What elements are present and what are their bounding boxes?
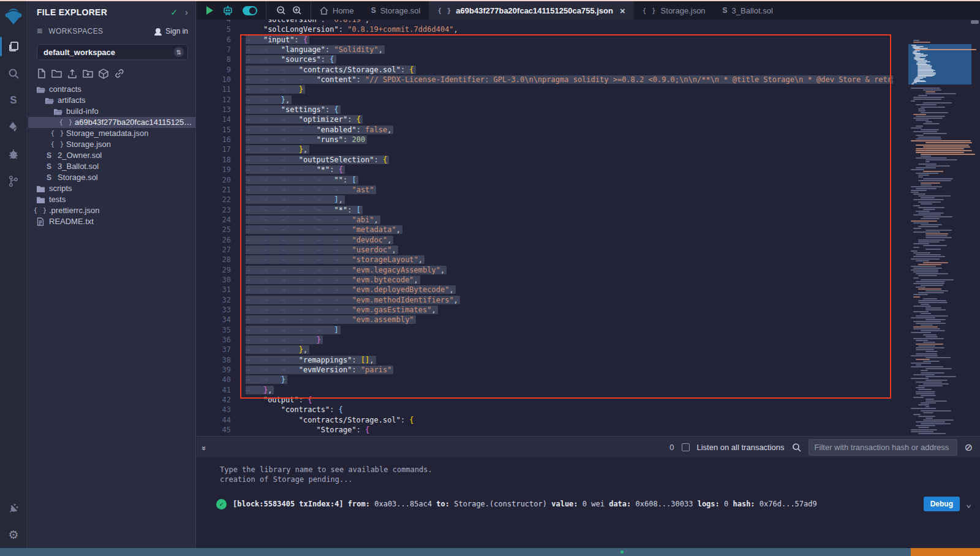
code-line-30[interactable]: 30→ → → → → → "evm.bytecode", bbox=[197, 275, 893, 285]
ai-copilot-icon[interactable] bbox=[222, 5, 234, 17]
debug-button[interactable]: Debug bbox=[924, 497, 960, 511]
code-line-17[interactable]: 17→ → → }, bbox=[197, 145, 893, 154]
tree-item-storage-sol[interactable]: SStorage.sol bbox=[28, 172, 195, 183]
code-line-19[interactable]: 19→ → → → "*": { bbox=[197, 165, 893, 175]
deploy-run-icon[interactable] bbox=[0, 114, 28, 141]
code-line-33[interactable]: 33→ → → → → → "evm.gasEstimates", bbox=[197, 305, 893, 315]
run-script-button[interactable] bbox=[206, 6, 213, 15]
scrollbar-thumb[interactable] bbox=[971, 20, 979, 24]
code-line-8[interactable]: 8→ → "sources": { bbox=[197, 54, 893, 64]
line-number: 36 bbox=[197, 335, 231, 345]
new-file-icon[interactable] bbox=[37, 69, 46, 78]
code-line-41[interactable]: 41→ }, bbox=[197, 385, 893, 395]
tree-item-a69b43f277ba20fcac141151250ca7-[interactable]: { }a69b43f277ba20fcac141151250ca7... bbox=[28, 117, 195, 128]
code-line-36[interactable]: 36→ → → → } bbox=[197, 335, 893, 345]
panel-collapse-icon[interactable]: › bbox=[185, 7, 188, 17]
tree-item-storage-json[interactable]: { }Storage.json bbox=[28, 139, 195, 150]
sign-in-button[interactable]: Sign in bbox=[154, 27, 188, 36]
code-line-38[interactable]: 38→ → → "remappings": [], bbox=[197, 355, 893, 365]
terminal-info-line: Type the library name to see available c… bbox=[197, 465, 980, 475]
tab-storage-json[interactable]: { }Storage.json bbox=[634, 1, 714, 20]
tab-3-ballot-sol[interactable]: S3_Ballot.sol bbox=[714, 1, 782, 20]
tree-item-contracts[interactable]: contracts bbox=[28, 84, 195, 95]
code-line-13[interactable]: 13→ → "settings": { bbox=[197, 105, 893, 115]
tree-item-artifacts[interactable]: artifacts bbox=[28, 95, 195, 106]
zoom-out-icon[interactable] bbox=[276, 6, 286, 15]
code-line-16[interactable]: 16→ → → → "runs": 200 bbox=[197, 135, 893, 145]
search-icon[interactable] bbox=[0, 60, 28, 87]
debugger-icon[interactable] bbox=[0, 141, 28, 168]
tree-item-3-ballot-sol[interactable]: S3_Ballot.sol bbox=[28, 161, 195, 172]
code-line-43[interactable]: 43 "contracts": { bbox=[197, 405, 893, 415]
code-line-35[interactable]: 35→ → → → → ] bbox=[197, 325, 893, 335]
tree-item--prettierrc-json[interactable]: { }.prettierrc.json bbox=[28, 205, 195, 216]
code-line-20[interactable]: 20→ → → → → "": [ bbox=[197, 175, 893, 185]
solidity-compiler-icon[interactable]: S bbox=[0, 87, 28, 114]
code-line-32[interactable]: 32→ → → → → → "evm.methodIdentifiers", bbox=[197, 295, 893, 305]
code-line-10[interactable]: 10→ → → → "content": "// SPDX-License-Id… bbox=[197, 75, 893, 85]
git-icon[interactable] bbox=[0, 168, 28, 195]
code-line-37[interactable]: 37→ → → }, bbox=[197, 345, 893, 355]
new-folder-icon[interactable] bbox=[51, 69, 62, 78]
code-line-21[interactable]: 21→ → → → → → "ast" bbox=[197, 185, 893, 195]
file-explorer-icon[interactable] bbox=[0, 33, 28, 60]
code-line-6[interactable]: 6→ "input": { bbox=[197, 35, 893, 45]
minimap[interactable] bbox=[908, 20, 980, 436]
ipfs-cube-icon[interactable] bbox=[99, 69, 108, 79]
code-line-14[interactable]: 14→ → → "optimizer": { bbox=[197, 115, 893, 124]
code-line-5[interactable]: 5 "solcLongVersion": "0.8.19+commit.7dd6… bbox=[197, 24, 893, 34]
tree-item-2-owner-sol[interactable]: S2_Owner.sol bbox=[28, 150, 195, 161]
tree-item-label: artifacts bbox=[58, 95, 86, 106]
clear-console-icon[interactable]: ⊘ bbox=[965, 441, 973, 453]
tree-item-storage-metadata-json[interactable]: { }Storage_metadata.json bbox=[28, 128, 195, 139]
code-line-39[interactable]: 39→ → → "evmVersion": "paris" bbox=[197, 365, 893, 375]
code-line-4[interactable]: 4 "solcVersion": "0.8.19", bbox=[197, 20, 893, 24]
gist-link-icon[interactable] bbox=[114, 69, 125, 78]
code-line-9[interactable]: 9→ → → "contracts/Storage.sol": { bbox=[197, 65, 893, 75]
code-line-26[interactable]: 26→ → → → → → "devdoc", bbox=[197, 235, 893, 245]
tree-item-scripts[interactable]: scripts bbox=[28, 183, 195, 194]
copilot-toggle[interactable] bbox=[243, 6, 257, 15]
tab-label: Home bbox=[333, 6, 354, 15]
tree-item-build-info[interactable]: build-info bbox=[28, 106, 195, 117]
code-line-44[interactable]: 44 "contracts/Storage.sol": { bbox=[197, 415, 893, 425]
code-line-27[interactable]: 27→ → → → → → "userdoc", bbox=[197, 245, 893, 255]
code-line-15[interactable]: 15→ → → → "enabled": false, bbox=[197, 125, 893, 135]
code-line-22[interactable]: 22→ → → → → ], bbox=[197, 195, 893, 205]
tab-home[interactable]: Home bbox=[311, 1, 363, 20]
workspace-selector[interactable]: default_workspace ⇅ bbox=[37, 44, 188, 60]
code-line-11[interactable]: 11→ → → } bbox=[197, 85, 893, 94]
code-line-42[interactable]: 42 "output": { bbox=[197, 395, 893, 405]
code-editor[interactable]: 4 "solcVersion": "0.8.19",5 "solcLongVer… bbox=[197, 20, 980, 436]
tab-a69b43f277ba20fcac141151250ca755-json[interactable]: { }a69b43f277ba20fcac141151250ca755.json… bbox=[429, 1, 633, 20]
code-line-23[interactable]: 23→ → → → → "*": [ bbox=[197, 205, 893, 215]
settings-gear-icon[interactable]: ⚙ bbox=[0, 521, 28, 548]
code-line-25[interactable]: 25→ → → → → → "metadata", bbox=[197, 225, 893, 235]
close-tab-icon[interactable]: × bbox=[620, 6, 625, 16]
tab-storage-sol[interactable]: SStorage.sol bbox=[363, 1, 429, 20]
upload-file-icon[interactable] bbox=[67, 69, 77, 78]
transaction-filter-input[interactable] bbox=[809, 439, 957, 456]
code-line-45[interactable]: 45 "Storage": { bbox=[197, 425, 893, 435]
code-line-29[interactable]: 29→ → → → → → "evm.legacyAssembly", bbox=[197, 265, 893, 275]
folder-icon bbox=[36, 196, 45, 204]
code-line-31[interactable]: 31→ → → → → → "evm.deployedBytecode", bbox=[197, 285, 893, 295]
tree-item-readme-txt[interactable]: README.txt bbox=[28, 216, 195, 227]
plugin-manager-icon[interactable] bbox=[0, 494, 28, 521]
code-line-28[interactable]: 28→ → → → → → "storageLayout", bbox=[197, 255, 893, 265]
code-line-18[interactable]: 18→ → → "outputSelection": { bbox=[197, 155, 893, 165]
solidity-icon: S bbox=[723, 6, 728, 15]
remix-logo-icon[interactable] bbox=[0, 1, 28, 33]
tree-item-tests[interactable]: tests bbox=[28, 194, 195, 205]
code-line-7[interactable]: 7→ → "language": "Solidity", bbox=[197, 45, 893, 54]
code-line-24[interactable]: 24→ → → → → → "abi", bbox=[197, 215, 893, 225]
code-line-12[interactable]: 12→ → }, bbox=[197, 95, 893, 105]
code-line-40[interactable]: 40→ → } bbox=[197, 375, 893, 385]
upload-folder-icon[interactable] bbox=[83, 69, 93, 78]
zoom-in-icon[interactable] bbox=[292, 6, 302, 15]
workspace-menu-icon[interactable]: ≡ bbox=[37, 26, 42, 37]
terminal-collapse-icon[interactable]: » bbox=[200, 446, 209, 448]
tx-expand-chevron-icon[interactable]: ⌄ bbox=[966, 498, 971, 509]
code-line-34[interactable]: 34→ → → → → → "evm.assembly" bbox=[197, 315, 893, 325]
listen-all-checkbox[interactable] bbox=[682, 443, 690, 451]
